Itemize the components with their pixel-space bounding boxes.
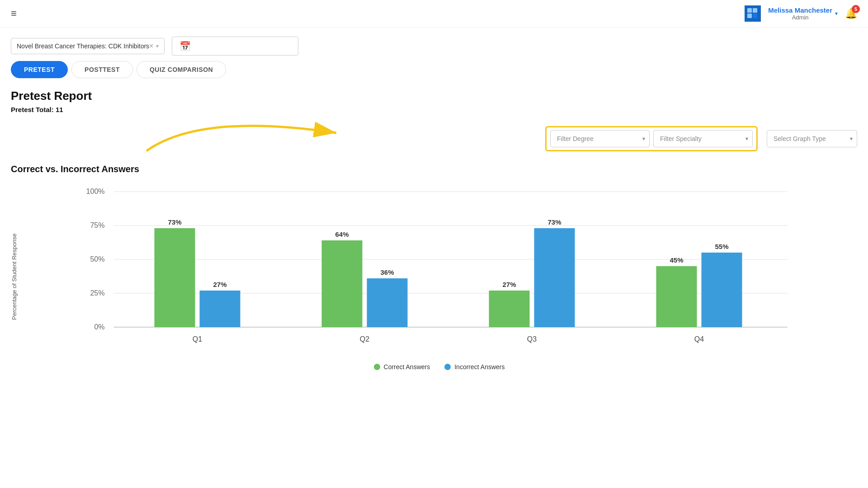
filter-highlighted-box: Filter Degree MD DO NP PA RN ▾ Filter Sp… — [545, 126, 758, 151]
bar-q2-correct — [322, 240, 363, 327]
date-picker[interactable]: 📅 — [172, 37, 298, 56]
course-select-text: Novel Breast Cancer Therapies: CDK Inhib… — [17, 42, 149, 50]
svg-rect-1 — [753, 8, 757, 13]
svg-text:45%: 45% — [670, 256, 683, 264]
course-clear-icon[interactable]: × — [149, 42, 153, 50]
tab-posttest[interactable]: POSTTEST — [71, 61, 133, 78]
filter-degree-select[interactable]: Filter Degree MD DO NP PA RN — [550, 130, 650, 147]
course-dropdown-icon: ▾ — [156, 43, 159, 49]
report-subtitle: Pretest Total: 11 — [11, 106, 857, 113]
svg-rect-3 — [753, 14, 757, 18]
bar-q4-incorrect — [702, 253, 742, 327]
svg-text:Q2: Q2 — [360, 335, 369, 343]
svg-text:73%: 73% — [168, 218, 181, 226]
svg-rect-0 — [747, 8, 752, 13]
annotation-arrow — [119, 108, 373, 160]
chart-title: Correct vs. Incorrect Answers — [11, 164, 857, 174]
page-content: Pretest Report Pretest Total: 11 Filter … — [0, 89, 868, 371]
y-axis-label: Percentage of Student Response — [11, 183, 18, 371]
bar-q1-correct — [155, 228, 195, 327]
bar-q3-correct — [489, 291, 530, 327]
course-selector[interactable]: Novel Breast Cancer Therapies: CDK Inhib… — [11, 38, 165, 54]
svg-rect-2 — [747, 14, 752, 18]
chart-section: Correct vs. Incorrect Answers Percentage… — [11, 164, 857, 371]
filter-specialty-select[interactable]: Filter Specialty Oncology Internal Medic… — [653, 130, 753, 147]
filter-specialty-wrapper: Filter Specialty Oncology Internal Medic… — [653, 130, 753, 147]
svg-text:25%: 25% — [90, 289, 104, 297]
filter-row: Filter Degree MD DO NP PA RN ▾ Filter Sp… — [11, 126, 857, 151]
svg-text:100%: 100% — [86, 188, 105, 195]
svg-text:50%: 50% — [90, 255, 104, 263]
filter-degree-wrapper: Filter Degree MD DO NP PA RN ▾ — [550, 130, 650, 147]
chart-area: Percentage of Student Response 100% 75% … — [11, 183, 857, 371]
bar-q4-correct — [656, 266, 697, 327]
svg-text:27%: 27% — [502, 281, 516, 288]
svg-text:36%: 36% — [380, 268, 394, 276]
calendar-icon: 📅 — [179, 41, 191, 52]
svg-text:0%: 0% — [94, 323, 104, 331]
header: ≡ Melissa Manchester Admin ▾ 🔔 5 — [0, 0, 868, 28]
svg-text:Q4: Q4 — [694, 335, 704, 343]
legend-correct: Correct Answers — [374, 363, 430, 371]
legend-correct-label: Correct Answers — [384, 363, 430, 371]
user-menu[interactable]: Melissa Manchester Admin ▾ — [768, 6, 838, 21]
legend-incorrect-dot — [444, 364, 451, 370]
subtitle-value: 11 — [56, 106, 63, 113]
user-chevron-icon: ▾ — [835, 10, 838, 17]
user-name: Melissa Manchester — [768, 6, 832, 14]
chart-svg: 100% 75% 50% 25% 0% 73% — [21, 183, 857, 354]
user-text: Melissa Manchester Admin — [768, 6, 832, 21]
tab-quiz-comparison[interactable]: QUIZ COMPARISON — [137, 61, 226, 78]
bar-q3-incorrect — [534, 228, 575, 327]
legend-incorrect-label: Incorrect Answers — [454, 363, 505, 371]
report-title: Pretest Report — [11, 89, 857, 103]
svg-text:Q3: Q3 — [527, 335, 537, 343]
tabs: PRETEST POSTTEST QUIZ COMPARISON — [0, 61, 868, 78]
svg-text:73%: 73% — [547, 218, 561, 226]
header-right: Melissa Manchester Admin ▾ 🔔 5 — [745, 5, 857, 22]
graph-type-wrapper: Select Graph Type Bar Chart Line Chart P… — [767, 130, 857, 147]
legend-correct-dot — [374, 364, 380, 370]
legend-incorrect: Incorrect Answers — [444, 363, 505, 371]
svg-text:64%: 64% — [335, 230, 349, 238]
bar-q1-incorrect — [200, 291, 241, 327]
notification-bell[interactable]: 🔔 5 — [845, 8, 857, 19]
app-logo — [745, 5, 761, 22]
bar-q2-incorrect — [367, 278, 408, 327]
chart-inner: 100% 75% 50% 25% 0% 73% — [21, 183, 857, 371]
graph-type-select[interactable]: Select Graph Type Bar Chart Line Chart P… — [767, 130, 857, 147]
user-role: Admin — [768, 14, 832, 21]
top-controls: Novel Breast Cancer Therapies: CDK Inhib… — [0, 28, 868, 61]
notification-badge: 5 — [852, 5, 860, 13]
hamburger-icon[interactable]: ≡ — [11, 8, 17, 19]
svg-text:Q1: Q1 — [193, 335, 202, 343]
svg-text:75%: 75% — [90, 221, 104, 229]
chart-legend: Correct Answers Incorrect Answers — [21, 363, 857, 371]
subtitle-label: Pretest Total: — [11, 106, 54, 113]
svg-text:27%: 27% — [213, 281, 226, 288]
tab-pretest[interactable]: PRETEST — [11, 61, 68, 78]
svg-text:55%: 55% — [715, 243, 728, 250]
